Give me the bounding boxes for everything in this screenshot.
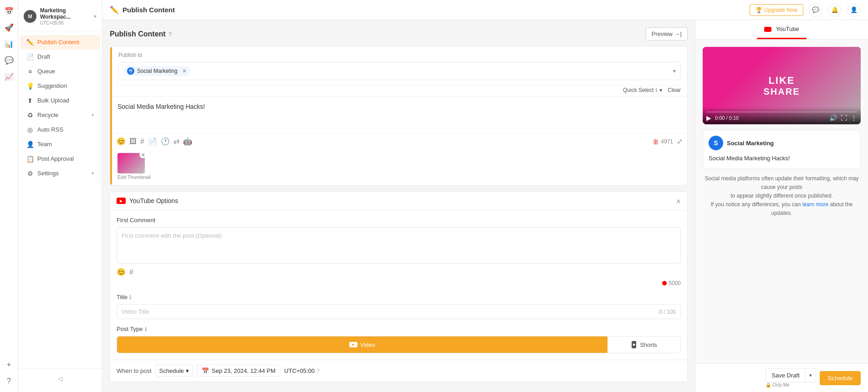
- youtube-options-title: YouTube Options: [117, 197, 178, 204]
- comment-toolbar: 😊 #: [117, 265, 681, 279]
- robot-toolbar-icon[interactable]: 🤖: [183, 137, 192, 146]
- image-toolbar-icon[interactable]: 🖼: [129, 137, 137, 146]
- notifications-button[interactable]: 🔔: [828, 3, 842, 17]
- clear-button[interactable]: Clear: [668, 87, 681, 93]
- schedule-chevron-icon: ▾: [186, 367, 189, 374]
- schedule-button[interactable]: Schedule: [820, 371, 861, 385]
- video-control-icons: 🔊 ⛶ ⋮: [829, 114, 857, 122]
- add-icon[interactable]: +: [2, 357, 16, 372]
- workspace-header[interactable]: M Marketing Workspac... UTC+05:00 ▾: [18, 4, 102, 31]
- panel-title-text: Publish Content: [110, 30, 166, 38]
- preview-button[interactable]: Preview →|: [646, 27, 688, 41]
- preview-tab-youtube[interactable]: YouTube: [757, 20, 806, 39]
- sidebar-item-draft-label: Draft: [37, 53, 94, 60]
- youtube-options-collapse-icon: ∧: [676, 198, 681, 204]
- learn-more-link[interactable]: learn more: [802, 201, 828, 208]
- account-avatar[interactable]: 👤: [847, 3, 861, 17]
- calendar-icon[interactable]: 📅: [2, 4, 16, 18]
- date-picker[interactable]: 📅 Sep 23, 2024, 12:44 PM: [197, 365, 281, 377]
- analytics-icon[interactable]: 📊: [2, 36, 16, 51]
- fullscreen-icon[interactable]: ⛶: [841, 114, 847, 122]
- sidebar-item-queue[interactable]: ≡ Queue: [20, 64, 100, 79]
- first-comment-section: First Comment 😊 # 5000: [117, 217, 681, 287]
- preview-post-card: S Social Marketing Social Media Marketin…: [703, 130, 861, 169]
- quick-select-button[interactable]: Quick Select ℹ ▾: [623, 87, 662, 93]
- video-label: Video: [360, 341, 375, 348]
- preview-content: LIKE SHARE ▶ 0:00 / 0:10 🔊: [695, 40, 868, 363]
- schedule-select[interactable]: Schedule ▾: [155, 365, 193, 377]
- like-share-text: LIKE SHARE: [763, 75, 800, 97]
- quick-select-label: Quick Select: [623, 87, 654, 93]
- upgrade-button[interactable]: 🏆 Upgrade Now: [750, 4, 803, 16]
- channel-icon: [127, 67, 134, 75]
- messages-button[interactable]: 💬: [809, 3, 822, 17]
- sidebar-item-draft[interactable]: 📄 Draft: [20, 50, 100, 64]
- channel-tags: Social Marketing ✕: [123, 66, 673, 76]
- collapse-sidebar-button[interactable]: ◁: [18, 372, 102, 385]
- save-draft-button[interactable]: Save Draft: [766, 368, 805, 382]
- sidebar-item-bulk-upload-label: Bulk Upload: [37, 97, 94, 104]
- hashtag-toolbar-icon[interactable]: #: [140, 137, 144, 146]
- title-input-row: 0 / 100: [117, 304, 681, 319]
- post-type-info-icon[interactable]: ℹ: [145, 326, 147, 332]
- comment-emoji-icon[interactable]: 😊: [117, 268, 126, 276]
- comment-char-count: 5000: [117, 279, 681, 287]
- video-type-button[interactable]: Video: [117, 336, 608, 353]
- topbar-title: Publish Content: [123, 6, 175, 14]
- date-value: Sep 23, 2024, 12:44 PM: [212, 367, 276, 374]
- comment-hashtag-icon[interactable]: #: [129, 268, 133, 276]
- top-bar-left: ✏️ Publish Content: [110, 5, 175, 14]
- first-comment-input[interactable]: [117, 227, 681, 264]
- settings-chevron-icon: ▾: [92, 171, 94, 176]
- youtube-options-header[interactable]: YouTube Options ∧: [110, 192, 687, 210]
- timezone-info-icon[interactable]: ?: [317, 368, 320, 374]
- arrows-toolbar-icon[interactable]: ⇄: [174, 137, 179, 146]
- timezone-field[interactable]: UTC+05:00 ?: [284, 367, 320, 374]
- sidebar-item-bulk-upload[interactable]: ⬆ Bulk Upload: [20, 93, 100, 108]
- sidebar-item-recycle[interactable]: ♻ Recycle ▾: [20, 108, 100, 122]
- char-count: 🗑 4971: [653, 138, 673, 145]
- publish-icon[interactable]: 🚀: [2, 20, 16, 35]
- sidebar-item-auto-rss[interactable]: ◎ Auto RSS: [20, 122, 100, 137]
- save-draft-dropdown[interactable]: ▾: [806, 368, 816, 382]
- channel-selector-chevron-icon: ▾: [673, 68, 676, 74]
- sidebar-item-suggestion[interactable]: 💡 Suggestion: [20, 79, 100, 93]
- volume-icon[interactable]: 🔊: [829, 114, 837, 122]
- shorts-icon: [631, 341, 637, 348]
- title-info-icon[interactable]: ?: [168, 31, 172, 37]
- doc-toolbar-icon[interactable]: 📄: [148, 137, 157, 146]
- thumbnail-preview[interactable]: ✕: [117, 153, 145, 173]
- channel-selector[interactable]: Social Marketing ✕ ▾: [118, 62, 681, 80]
- play-button-icon[interactable]: ▶: [706, 114, 711, 122]
- trash-icon[interactable]: 🗑: [653, 138, 659, 145]
- sidebar-item-publish-content[interactable]: ✏️ Publish Content: [20, 35, 100, 50]
- workspace-info: Marketing Workspac... UTC+05:00: [40, 7, 90, 25]
- youtube-options-section: YouTube Options ∧ First Comment 😊 #: [110, 191, 688, 382]
- more-icon[interactable]: ⋮: [851, 114, 857, 122]
- chart-icon[interactable]: 📈: [2, 69, 16, 84]
- settings-icon: ⚙: [26, 170, 34, 177]
- sidebar-item-auto-rss-label: Auto RSS: [37, 126, 94, 133]
- bottom-bar: Save Draft ▾ 🔒 Only Me Schedule: [695, 363, 868, 392]
- channel-tag-close[interactable]: ✕: [182, 68, 187, 74]
- sidebar-item-publish-label: Publish Content: [37, 39, 94, 46]
- title-info-icon[interactable]: ℹ: [129, 294, 132, 300]
- editor-body[interactable]: Social Media Marketing Hacks!: [112, 97, 687, 133]
- emoji-toolbar-icon[interactable]: 😊: [117, 137, 126, 146]
- clock-toolbar-icon[interactable]: 🕐: [161, 137, 170, 146]
- author-avatar: S: [709, 136, 723, 150]
- social-icon[interactable]: 💬: [2, 53, 16, 67]
- sidebar-item-settings[interactable]: ⚙ Settings ▾: [20, 166, 100, 181]
- preview-panel-header: YouTube: [695, 20, 868, 40]
- help-icon[interactable]: ?: [2, 374, 16, 388]
- expand-icon[interactable]: ⤢: [677, 137, 683, 146]
- upgrade-label: Upgrade Now: [764, 7, 797, 13]
- sidebar-item-post-approval[interactable]: 📋 Post Approval: [20, 152, 100, 166]
- sidebar-item-team[interactable]: 👤 Team: [20, 137, 100, 152]
- notice-line3: If you notice any differences, you can: [711, 201, 801, 208]
- content-wrapper: Publish to Social Marketing ✕: [110, 46, 688, 186]
- title-input[interactable]: [122, 308, 659, 315]
- team-icon: 👤: [26, 141, 34, 148]
- save-main-row: Save Draft ▾: [766, 368, 816, 382]
- shorts-type-button[interactable]: Shorts: [608, 336, 680, 353]
